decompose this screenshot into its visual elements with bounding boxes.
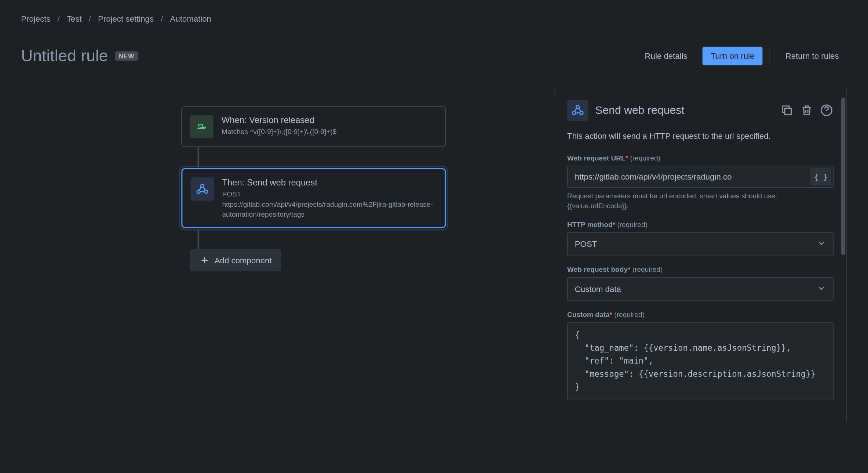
return-to-rules-button[interactable]: Return to rules — [777, 47, 847, 65]
body-label: Web request body* (required) — [567, 265, 834, 273]
flow-connector — [198, 147, 199, 168]
chevron-down-icon — [817, 284, 826, 295]
trigger-title: When: Version released — [222, 115, 437, 125]
method-select[interactable]: POST — [567, 232, 834, 256]
body-select[interactable]: Custom data — [567, 277, 834, 301]
add-component-label: Add component — [215, 256, 272, 265]
breadcrumb: Projects / Test / Project settings / Aut… — [21, 14, 847, 23]
divider — [770, 49, 770, 63]
url-label: Web request URL* (required) — [567, 154, 834, 162]
method-label: HTTP method* (required) — [567, 220, 834, 228]
trigger-subtitle: Matches ^v([0-9]+)\.([0-9]+)\.([0-9]+)$ — [222, 127, 437, 137]
breadcrumb-separator: / — [58, 14, 60, 23]
rule-details-button[interactable]: Rule details — [637, 47, 696, 65]
trigger-card[interactable]: When: Version released Matches ^v([0-9]+… — [181, 106, 446, 147]
breadcrumb-automation[interactable]: Automation — [170, 14, 211, 23]
plus-icon — [199, 255, 210, 266]
webhook-icon — [567, 100, 588, 121]
action-method: POST — [222, 189, 437, 199]
breadcrumb-separator: / — [89, 14, 91, 23]
webhook-icon — [191, 177, 214, 201]
delete-button[interactable] — [800, 103, 814, 117]
new-badge: NEW — [115, 51, 138, 61]
side-panel: Send web request — [554, 89, 847, 422]
url-hint: Request parameters must be url encoded, … — [567, 191, 834, 211]
panel-description: This action will send a HTTP request to … — [567, 130, 834, 142]
action-url: https://gitlab.com/api/v4/projects/radug… — [222, 199, 437, 219]
add-component-button[interactable]: Add component — [190, 249, 281, 271]
flow-connector — [198, 228, 199, 249]
svg-rect-6 — [785, 108, 791, 114]
action-card[interactable]: Then: Send web request POST https://gitl… — [181, 168, 446, 228]
smart-values-button[interactable]: { } — [810, 168, 831, 186]
breadcrumb-projects[interactable]: Projects — [21, 14, 50, 23]
copy-button[interactable] — [780, 103, 794, 117]
breadcrumb-project-settings[interactable]: Project settings — [98, 14, 154, 23]
ship-icon — [190, 115, 214, 138]
panel-title: Send web request — [595, 104, 684, 117]
scrollbar[interactable] — [841, 97, 845, 255]
custom-data-label: Custom data* (required) — [567, 310, 834, 318]
action-title: Then: Send web request — [222, 177, 437, 187]
custom-data-textarea[interactable] — [567, 322, 834, 400]
help-button[interactable] — [820, 103, 834, 117]
breadcrumb-test[interactable]: Test — [67, 14, 82, 23]
turn-on-rule-button[interactable]: Turn on rule — [703, 47, 763, 65]
url-input[interactable] — [567, 166, 834, 188]
chevron-down-icon — [817, 238, 826, 249]
breadcrumb-separator: / — [161, 14, 163, 23]
page-title: Untitled rule — [21, 47, 108, 65]
